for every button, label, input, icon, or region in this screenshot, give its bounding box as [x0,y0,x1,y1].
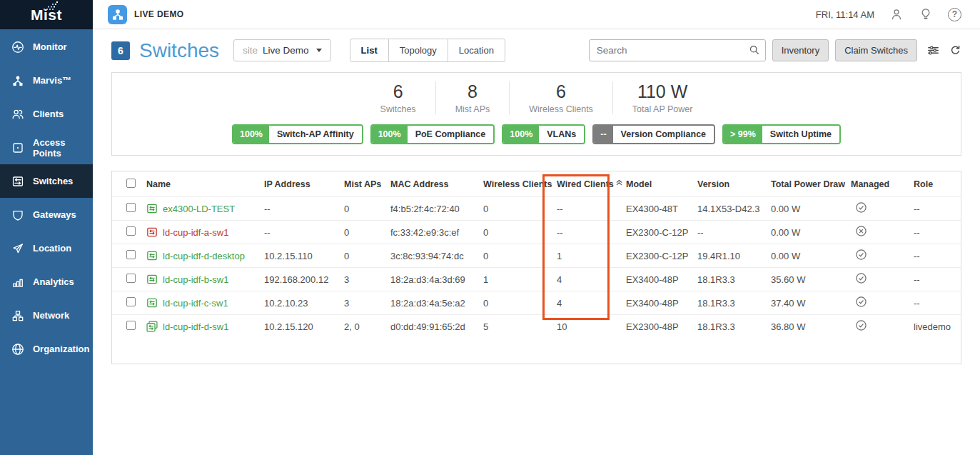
stat-label: Switches [380,104,416,114]
select-all-checkbox[interactable] [126,179,136,188]
switches-table: NameIP AddressMist APsMAC AddressWireles… [112,171,961,338]
site-selector[interactable]: site Live Demo [233,39,331,61]
managed-check-icon [855,249,867,261]
sidebar-item-access-points[interactable]: Access Points [0,131,93,164]
sidebar-item-organization[interactable]: Organization [0,332,93,366]
column-header-name[interactable]: Name [146,171,264,197]
row-checkbox[interactable] [126,297,136,306]
user-icon[interactable] [889,7,904,21]
table-row[interactable]: ld-cup-idf-d-sw110.2.15.1202, 0d0:dd:49:… [112,315,961,339]
sidebar-item-label: Clients [33,109,64,119]
cell-name: ex4300-LD-TEST [146,197,264,221]
table-settings-icon[interactable] [926,44,940,57]
column-header-model[interactable]: Model [626,171,697,197]
organization-icon[interactable] [108,5,127,24]
column-header-mac-address[interactable]: MAC Address [390,171,483,197]
analytics-icon [11,275,25,289]
compliance-badge-vlans[interactable]: 100%VLANs [502,124,585,144]
cell-wired-clients: 1 [557,244,626,268]
search-icon[interactable] [748,44,761,56]
stat-total-ap-power: 110 W Total AP Power [612,81,712,114]
table-row[interactable]: ld-cup-idf-b-sw1192.168.200.12318:2a:d3:… [112,268,961,291]
column-header-wireless-clients[interactable]: Wireless Clients [483,171,557,197]
row-checkbox[interactable] [126,274,136,283]
cell-total-power-draw: 35.60 W [771,268,851,291]
cell-managed [851,221,914,244]
cell-wireless-clients: 5 [483,315,557,339]
tab-list[interactable]: List [350,39,389,62]
column-header-role[interactable]: Role [914,171,961,197]
sort-ascending-icon[interactable] [615,179,623,186]
switch-name-link[interactable]: ld-cup-idf-b-sw1 [163,274,228,285]
main-content: 6 Switches site Live Demo ListTopologyLo… [93,29,980,455]
column-header-version[interactable]: Version [697,171,771,197]
row-checkbox-cell [112,291,146,315]
refresh-icon[interactable] [949,44,961,56]
sidebar-item-switches[interactable]: Switches [0,164,93,198]
badge-value: 100% [233,126,269,143]
sidebar-item-analytics[interactable]: Analytics [0,265,93,299]
sidebar-item-gateways[interactable]: Gateways [0,198,93,231]
sidebar-item-marvis[interactable]: Marvis™ [0,64,93,97]
row-checkbox[interactable] [126,321,136,330]
lightbulb-icon[interactable] [919,7,933,21]
stat-label: Total AP Power [632,104,693,114]
sidebar-item-network[interactable]: Network [0,299,93,332]
table-row[interactable]: ex4300-LD-TEST--0f4:b5:2f:4c:72:400--EX4… [112,197,961,221]
claim-switches-button[interactable]: Claim Switches [835,39,917,61]
row-checkbox-cell [112,268,146,291]
tab-location[interactable]: Location [448,39,505,62]
compliance-badge-switch-ap-affinity[interactable]: 100%Switch-AP Affinity [232,124,363,144]
cell-mist-aps: 2, 0 [344,315,390,339]
cell-model: EX4300-48T [626,197,697,221]
switch-name-link[interactable]: ld-cup-idf-d-desktop [163,251,245,261]
compliance-badge-poe-compliance[interactable]: 100%PoE Compliance [370,124,495,144]
view-tabs: ListTopologyLocation [350,39,505,62]
mist-logo-dots-icon [43,1,61,11]
compliance-badge-switch-uptime[interactable]: > 99%Switch Uptime [722,124,841,144]
inventory-button[interactable]: Inventory [772,39,829,61]
sidebar-item-location[interactable]: Location [0,231,93,265]
mist-logo[interactable]: Mist [0,0,93,29]
switch-name-link[interactable]: ex4300-LD-TEST [163,204,235,214]
column-header-total-power-draw[interactable]: Total Power Draw [771,171,851,197]
switch-name-link[interactable]: ld-cup-idf-d-sw1 [163,321,228,332]
sidebar-item-label: Analytics [33,276,74,287]
managed-check-icon [855,272,867,284]
switch-name-link[interactable]: ld-cup-idf-a-sw1 [163,227,228,238]
column-header-wired-clients[interactable]: Wired Clients [557,171,626,197]
column-header-label: Role [914,179,933,189]
sidebar-item-monitor[interactable]: Monitor [0,30,93,64]
column-header-ip-address[interactable]: IP Address [264,171,344,197]
cell-mist-aps: 0 [344,197,390,221]
column-header-label: Mist APs [344,179,381,189]
cell-mac-address: 18:2a:d3:4a:3d:69 [390,268,483,291]
cell-mac-address: f4:b5:2f:4c:72:40 [390,197,483,221]
row-checkbox[interactable] [126,250,136,259]
column-header-mist-aps[interactable]: Mist APs [344,171,390,197]
clients-icon [11,107,25,121]
sidebar-item-label: Access Points [33,137,93,159]
page-title: Switches [139,39,219,62]
table-row[interactable]: ld-cup-idf-c-sw110.2.10.23318:2a:d3:4a:5… [112,291,961,315]
switch-name-link[interactable]: ld-cup-idf-c-sw1 [163,298,228,309]
cell-ip-address: 10.2.15.110 [264,244,344,268]
row-checkbox[interactable] [126,203,136,212]
column-header-managed[interactable]: Managed [851,171,914,197]
cell-role: -- [914,221,961,244]
table-row[interactable]: ld-cup-idf-a-sw1--0fc:33:42:e9:3c:ef0--E… [112,221,961,244]
sidebar-item-clients[interactable]: Clients [0,97,93,131]
row-checkbox[interactable] [126,226,136,236]
column-header-label: Managed [851,179,889,189]
tab-topology[interactable]: Topology [388,39,448,62]
search-input[interactable] [589,39,766,61]
cell-ip-address: -- [264,221,344,244]
stat-label: Mist APs [455,104,490,114]
compliance-badge-version-compliance[interactable]: --Version Compliance [592,124,715,144]
cell-wireless-clients: 0 [483,244,557,268]
help-icon[interactable]: ? [948,8,961,21]
cell-wired-clients: 10 [557,315,626,339]
table-row[interactable]: ld-cup-idf-d-desktop10.2.15.11003c:8c:93… [112,244,961,268]
table-body: ex4300-LD-TEST--0f4:b5:2f:4c:72:400--EX4… [112,197,961,339]
cell-name: ld-cup-idf-c-sw1 [146,291,264,315]
